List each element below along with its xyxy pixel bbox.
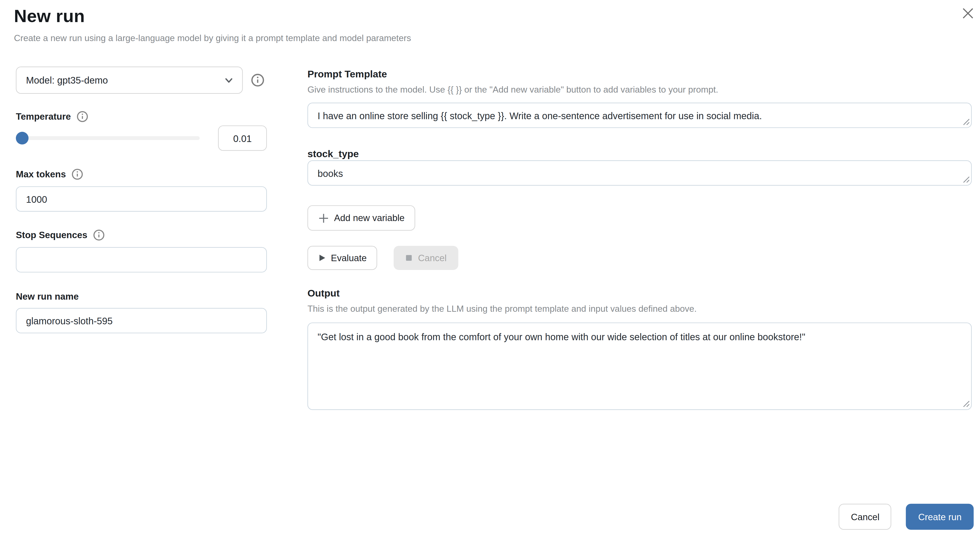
- output-title: Output: [307, 288, 972, 300]
- evaluate-label: Evaluate: [331, 253, 367, 263]
- max-tokens-label: Max tokens: [16, 169, 66, 179]
- prompt-template-description: Give instructions to the model. Use {{ }…: [307, 84, 972, 96]
- chevron-down-icon: [224, 76, 233, 84]
- stop-sequences-input[interactable]: [16, 247, 267, 273]
- play-icon: [318, 254, 326, 262]
- evaluate-button[interactable]: Evaluate: [307, 246, 377, 270]
- create-run-button[interactable]: Create run: [906, 504, 974, 530]
- temperature-label: Temperature: [16, 111, 71, 122]
- close-icon: [961, 6, 975, 21]
- temperature-value-input[interactable]: [218, 125, 267, 151]
- temperature-info-icon[interactable]: [76, 111, 88, 122]
- max-tokens-input[interactable]: [16, 186, 267, 212]
- temperature-slider-thumb[interactable]: [16, 132, 29, 144]
- output-textarea[interactable]: "Get lost in a good book from the comfor…: [307, 322, 972, 410]
- cancel-evaluation-button: Cancel: [394, 246, 458, 270]
- stop-sequences-info-icon[interactable]: [93, 229, 105, 241]
- add-new-variable-label: Add new variable: [334, 213, 404, 223]
- model-info-icon[interactable]: [251, 74, 264, 87]
- output-description: This is the output generated by the LLM …: [307, 303, 972, 315]
- resize-grip-icon[interactable]: [962, 117, 970, 127]
- resize-grip-icon[interactable]: [962, 175, 970, 185]
- model-parameters-panel: Model: gpt35-demo Temperature Max t: [16, 67, 267, 333]
- plus-icon: [318, 213, 329, 223]
- add-new-variable-button[interactable]: Add new variable: [307, 205, 415, 231]
- close-button[interactable]: [958, 4, 977, 23]
- prompt-template-title: Prompt Template: [307, 68, 972, 81]
- cancel-button[interactable]: Cancel: [839, 504, 892, 530]
- cancel-evaluation-label: Cancel: [418, 253, 447, 263]
- model-select[interactable]: Model: gpt35-demo: [16, 67, 243, 94]
- page-title: New run: [14, 6, 85, 27]
- dialog-footer: Cancel Create run: [839, 504, 974, 530]
- variable-value-textarea[interactable]: books: [307, 160, 972, 186]
- new-run-name-label: New run name: [16, 292, 79, 302]
- prompt-panel: Prompt Template Give instructions to the…: [307, 67, 972, 412]
- dialog-subtitle: Create a new run using a large-language …: [14, 33, 411, 43]
- prompt-template-textarea[interactable]: I have an online store selling {{ stock_…: [307, 103, 972, 128]
- new-run-name-input[interactable]: [16, 308, 267, 333]
- temperature-slider[interactable]: [16, 132, 200, 144]
- variable-name-label: stock_type: [307, 148, 972, 160]
- stop-icon: [406, 254, 413, 262]
- model-select-value: Model: gpt35-demo: [26, 75, 224, 86]
- resize-grip-icon[interactable]: [962, 399, 970, 409]
- max-tokens-info-icon[interactable]: [72, 168, 83, 180]
- temperature-slider-track[interactable]: [16, 136, 200, 140]
- stop-sequences-label: Stop Sequences: [16, 230, 88, 240]
- new-run-dialog: New run Create a new run using a large-l…: [0, 0, 980, 538]
